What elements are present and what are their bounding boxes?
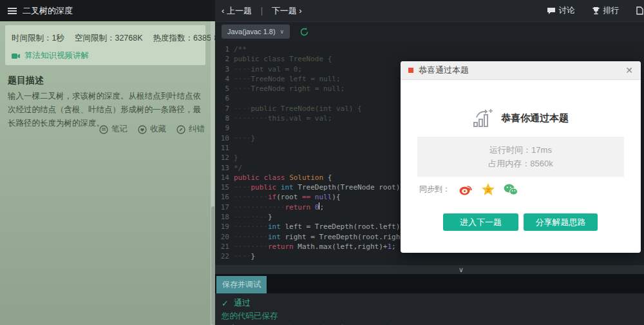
reset-code-icon[interactable]	[299, 27, 309, 37]
problem-meta-card: 时间限制：1秒 空间限制：32768K 热度指数：63853 算法知识视频讲解	[5, 25, 205, 65]
chevron-down-icon: ∨	[280, 28, 285, 35]
editor-fold-strip: ∨	[215, 265, 644, 274]
run-stats-box: 运行时间：17ms 占用内存：8560k	[417, 137, 624, 177]
line-number: 9	[215, 123, 229, 133]
line-number: 19	[215, 222, 229, 231]
nav-separator: ｜	[258, 5, 266, 17]
my-submissions-link[interactable]: 我	[636, 5, 644, 16]
modal-buttons: 进入下一题 分享解题思路	[443, 213, 641, 231]
line-number: 8	[215, 113, 229, 123]
pencil-icon	[176, 125, 185, 134]
note-button[interactable]: 笔记	[99, 124, 128, 135]
runtime-value: 运行时间：17ms	[489, 144, 552, 156]
line-number: 15	[215, 182, 229, 192]
saved-message: 您的代码已保存	[222, 311, 638, 322]
page-title: 二叉树的深度	[23, 5, 73, 17]
line-number: 7	[215, 104, 229, 113]
line-number: 4	[215, 74, 229, 84]
favorite-button[interactable]: 收藏	[138, 124, 166, 135]
trophy-icon	[592, 6, 600, 15]
language-select[interactable]: Java(javac 1.8) ∨	[222, 25, 290, 39]
close-icon[interactable]: ✕	[625, 65, 633, 75]
line-number: 11	[215, 143, 229, 153]
line-number: 18	[215, 212, 229, 222]
line-number: 3	[215, 64, 229, 74]
description-heading: 题目描述	[8, 75, 44, 86]
wechat-share-icon[interactable]	[504, 184, 518, 195]
heat-index: 热度指数：63853	[153, 33, 216, 44]
code-line[interactable]: 22····}	[215, 251, 644, 261]
line-number: 22	[215, 251, 229, 261]
discuss-link[interactable]: 讨论	[547, 5, 575, 16]
qzone-share-icon[interactable]	[482, 183, 495, 195]
ranking-link[interactable]: 排行	[592, 5, 620, 16]
sync-row: 同步到：	[419, 183, 641, 195]
save-and-debug-button[interactable]: 保存并调试	[216, 276, 267, 293]
weibo-share-icon[interactable]	[459, 184, 473, 195]
congrats-text: 恭喜你通过本题	[501, 112, 569, 124]
line-number: 1	[215, 44, 229, 54]
line-number: 6	[215, 94, 229, 103]
congrats-row: 恭喜你通过本题	[401, 108, 641, 128]
report-error-button[interactable]: 纠错	[176, 124, 205, 135]
line-number: 21	[215, 242, 229, 251]
nav-right-group: 讨论 排行 我	[547, 0, 644, 21]
collapse-chevron-icon[interactable]: ∨	[459, 265, 464, 274]
video-camera-icon	[12, 53, 21, 59]
prev-question-link[interactable]: ‹ 上一题	[222, 5, 252, 17]
problem-title-bar: 二叉树的深度	[0, 0, 215, 21]
line-number: 2	[215, 54, 229, 64]
code-line[interactable]: 1/**	[215, 44, 644, 54]
modal-header: 恭喜通过本题 ✕	[401, 61, 641, 80]
memory-value: 占用内存：8560k	[488, 158, 553, 170]
line-number: 5	[215, 84, 229, 94]
editor-toolbar: Java(javac 1.8) ∨	[215, 21, 644, 41]
progress-chart-icon	[473, 108, 495, 128]
line-number: 12	[215, 153, 229, 162]
success-modal: 恭喜通过本题 ✕ 恭喜你通过本题 运行时间：17ms 占用内存：8560k 同步…	[401, 61, 641, 253]
problem-panel: 二叉树的深度 时间限制：1秒 空间限制：32768K 热度指数：63853 算法…	[0, 0, 215, 325]
line-number: 17	[215, 202, 229, 212]
video-tutorial-link[interactable]: 算法知识视频讲解	[12, 50, 199, 61]
document-icon	[636, 6, 643, 15]
status-label: 通过	[234, 297, 251, 309]
results-panel: ✓ 通过 您的代码已保存 答案正确:恭喜！您提交的程序通过了所有的测试用例	[215, 293, 644, 325]
line-number: 14	[215, 173, 229, 182]
run-tab-row: 保存并调试	[215, 274, 644, 293]
list-icon[interactable]	[8, 7, 17, 15]
sync-label: 同步到：	[419, 184, 450, 195]
chat-bubble-icon	[547, 7, 556, 15]
check-icon: ✓	[222, 299, 229, 308]
red-square-icon	[408, 68, 413, 73]
note-icon	[99, 125, 108, 134]
line-number: 16	[215, 192, 229, 202]
heart-icon	[138, 125, 147, 134]
line-number: 10	[215, 133, 229, 143]
next-question-link[interactable]: 下一题 ›	[272, 5, 302, 17]
line-number: 13	[215, 163, 229, 173]
share-solution-button[interactable]: 分享解题思路	[524, 213, 598, 231]
app-root: 二叉树的深度 时间限制：1秒 空间限制：32768K 热度指数：63853 算法…	[0, 0, 644, 325]
line-number: 20	[215, 232, 229, 242]
problem-actions: 笔记 收藏 纠错	[99, 124, 205, 135]
top-nav-bar: ‹ 上一题 ｜ 下一题 › 讨论 排行 我	[215, 0, 644, 21]
time-limit: 时间限制：1秒	[12, 33, 64, 44]
next-question-button[interactable]: 进入下一题	[443, 213, 518, 231]
space-limit: 空间限制：32768K	[75, 33, 143, 44]
modal-title: 恭喜通过本题	[419, 64, 469, 76]
